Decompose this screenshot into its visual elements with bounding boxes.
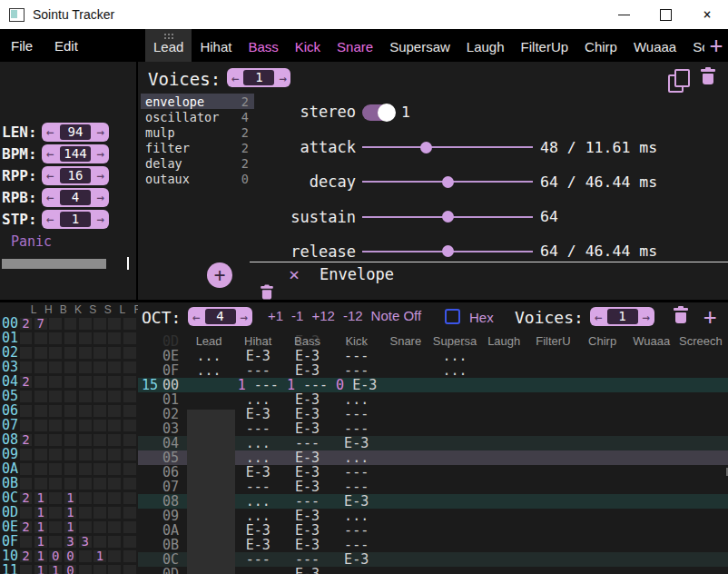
order-cell[interactable] — [123, 391, 136, 402]
note-cell[interactable]: ... — [430, 362, 479, 379]
order-row[interactable]: 0D11 — [0, 505, 138, 520]
order-cell[interactable]: 2 — [20, 318, 33, 330]
track-header-lead[interactable]: Lead — [184, 334, 233, 348]
order-cell[interactable] — [34, 332, 47, 344]
order-cell[interactable] — [64, 361, 77, 373]
order-cell[interactable] — [49, 420, 62, 431]
stepper-left-arrow-icon[interactable]: ← — [188, 311, 204, 323]
tab-supersaw[interactable]: Supersaw — [381, 29, 458, 62]
order-row[interactable]: 09 — [0, 447, 138, 461]
order-cell[interactable] — [93, 536, 106, 548]
order-cell[interactable] — [64, 434, 77, 446]
order-row[interactable]: 02 — [0, 345, 138, 360]
order-row[interactable]: 0B — [0, 476, 138, 490]
order-row[interactable]: 082 — [0, 432, 138, 447]
order-cell[interactable] — [108, 478, 121, 490]
order-cell[interactable] — [49, 536, 62, 548]
order-cell[interactable] — [49, 318, 62, 330]
order-cell[interactable]: 1 — [64, 492, 77, 504]
unit-item-filter[interactable]: filter2 — [141, 140, 254, 155]
order-cell[interactable] — [108, 405, 121, 417]
order-cell[interactable] — [64, 376, 77, 388]
order-cell[interactable] — [20, 347, 33, 359]
stepper-right-arrow-icon[interactable]: → — [93, 213, 109, 225]
order-cell[interactable] — [64, 332, 77, 344]
order-cell[interactable] — [123, 361, 136, 373]
menu-file[interactable]: File — [11, 29, 33, 62]
order-cell[interactable] — [49, 405, 62, 417]
transpose-button-note-off[interactable]: Note Off — [371, 308, 422, 323]
order-cell[interactable] — [20, 507, 33, 519]
order-cell[interactable] — [123, 521, 136, 533]
order-cell[interactable] — [108, 376, 121, 388]
order-cell[interactable] — [79, 332, 92, 344]
note-cell[interactable]: E-3 — [282, 566, 331, 574]
order-cell[interactable] — [79, 318, 92, 330]
order-cell[interactable] — [79, 565, 92, 574]
order-cell[interactable] — [123, 376, 136, 388]
order-cell[interactable]: 1 — [34, 565, 47, 574]
order-cell[interactable] — [20, 420, 33, 431]
slider-thumb[interactable] — [442, 211, 454, 223]
slider-thumb[interactable] — [442, 245, 454, 257]
order-cell[interactable] — [123, 449, 136, 460]
order-row[interactable]: 01 — [0, 331, 138, 345]
stepper-left-arrow-icon[interactable]: ← — [42, 213, 58, 225]
unit-item-envelope[interactable]: envelope2 — [141, 94, 254, 109]
order-cell[interactable] — [108, 565, 121, 574]
order-cell[interactable] — [49, 521, 62, 533]
track-header-filteru[interactable]: FilterU — [528, 334, 577, 348]
delete-unit-button[interactable] — [261, 284, 273, 299]
order-cell[interactable] — [34, 391, 47, 402]
track-header-screech[interactable]: Screech — [676, 334, 725, 348]
order-cell[interactable] — [20, 478, 33, 490]
stepper-left-arrow-icon[interactable]: ← — [42, 191, 58, 203]
order-cell[interactable]: 3 — [64, 536, 77, 548]
order-cell[interactable] — [49, 507, 62, 519]
order-cell[interactable]: 3 — [79, 536, 92, 548]
order-cell[interactable] — [108, 361, 121, 373]
order-cell[interactable]: 1 — [34, 536, 47, 548]
tab-laugh[interactable]: Laugh — [458, 29, 513, 62]
order-cell[interactable] — [123, 536, 136, 548]
order-cell[interactable]: 2 — [20, 521, 33, 533]
order-cell[interactable] — [79, 449, 92, 460]
order-cell[interactable] — [93, 478, 106, 490]
order-cell[interactable] — [20, 536, 33, 548]
order-cell[interactable] — [49, 449, 62, 460]
order-cell[interactable]: 2 — [20, 492, 33, 504]
stereo-toggle[interactable] — [362, 104, 394, 121]
order-cell[interactable] — [93, 318, 106, 330]
tab-chirp[interactable]: Chirp — [576, 29, 625, 62]
order-cell[interactable] — [34, 376, 47, 388]
order-cell[interactable] — [123, 478, 136, 490]
order-cell[interactable]: 1 — [93, 550, 106, 562]
order-cell[interactable] — [20, 565, 33, 574]
order-cell[interactable] — [108, 507, 121, 519]
order-cell[interactable] — [34, 361, 47, 373]
order-cell[interactable] — [123, 318, 136, 330]
track-header-chirp[interactable]: Chirp — [578, 334, 627, 348]
stepper-right-arrow-icon[interactable]: → — [93, 147, 109, 160]
stepper-left-arrow-icon[interactable]: ← — [42, 147, 58, 160]
note-cell[interactable]: --- — [233, 551, 282, 568]
order-row[interactable]: 0F133 — [0, 534, 138, 549]
order-cell[interactable] — [123, 347, 136, 359]
order-cell[interactable] — [93, 492, 106, 504]
transpose-button-minus12[interactable]: -12 — [343, 308, 363, 323]
order-cell[interactable] — [93, 347, 106, 359]
order-cell[interactable] — [64, 449, 77, 460]
order-cell[interactable]: 1 — [34, 521, 47, 533]
order-cell[interactable] — [93, 521, 106, 533]
release-slider[interactable] — [362, 240, 533, 263]
slider-thumb[interactable] — [442, 176, 454, 188]
track-header-snare[interactable]: Snare — [381, 334, 430, 348]
stepper-left-arrow-icon[interactable]: ← — [590, 311, 606, 323]
delete-track-button[interactable] — [674, 306, 688, 323]
order-row[interactable]: 0E211 — [0, 520, 138, 534]
unit-item-mulp[interactable]: mulp2 — [141, 124, 254, 140]
order-cell[interactable] — [20, 391, 33, 402]
order-cell[interactable] — [20, 332, 33, 344]
order-cell[interactable] — [123, 463, 136, 475]
order-row[interactable]: 1021001 — [0, 549, 138, 563]
